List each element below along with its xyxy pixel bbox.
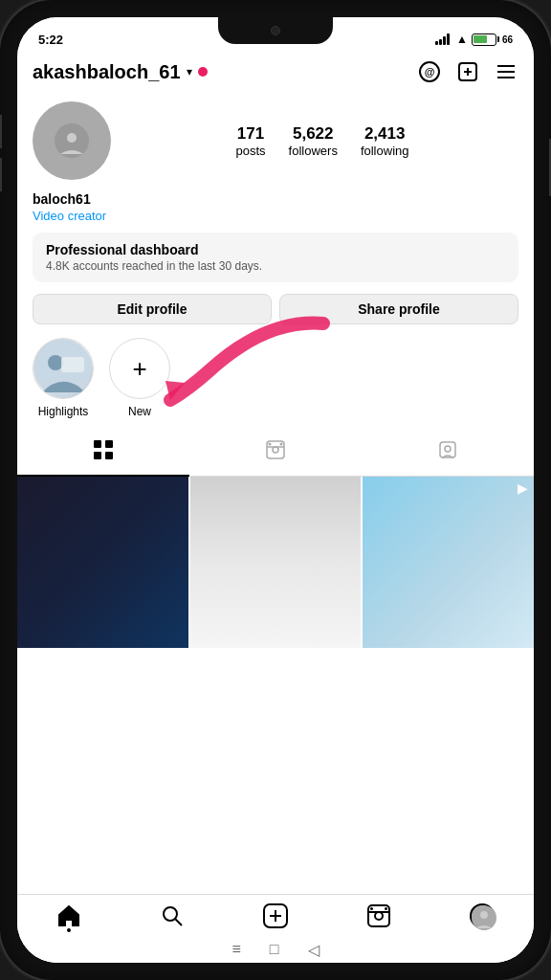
svg-point-33	[480, 911, 488, 919]
svg-point-7	[67, 133, 77, 143]
svg-point-18	[280, 443, 283, 446]
highlight-existing-circle	[33, 338, 94, 399]
profile-bio[interactable]: Video creator	[33, 209, 518, 223]
app-content: akashbaloch_61 ▾ @	[17, 52, 534, 963]
battery-icon	[472, 33, 496, 46]
threads-logo: @	[419, 61, 440, 82]
svg-point-9	[48, 355, 63, 370]
svg-rect-10	[61, 357, 84, 372]
svg-rect-12	[105, 440, 113, 448]
reels-badge: ▶	[518, 480, 528, 496]
content-tab-bar	[17, 430, 534, 477]
posts-label: posts	[236, 144, 266, 158]
grid-tab-icon	[93, 439, 114, 466]
home-indicator: ≡ □ ◁	[17, 935, 534, 963]
action-buttons: Edit profile Share profile	[33, 294, 518, 324]
nav-home-dot	[67, 928, 71, 932]
pro-dashboard-subtitle: 4.8K accounts reached in the last 30 day…	[46, 259, 505, 273]
dropdown-arrow-icon[interactable]: ▾	[187, 65, 192, 78]
svg-point-29	[370, 907, 373, 910]
nav-home[interactable]	[17, 903, 121, 928]
stats-area: 171 posts 5,622 followers 2,413 followin…	[126, 124, 518, 158]
tab-grid[interactable]	[17, 430, 189, 476]
phone-screen: 5:22 ▲ 66 akashbaloch_61	[17, 17, 534, 963]
grid-cell-2[interactable]	[190, 477, 362, 648]
professional-dashboard[interactable]: Professional dashboard 4.8K accounts rea…	[33, 233, 518, 282]
nav-add[interactable]	[224, 902, 327, 929]
phone-frame: 5:22 ▲ 66 akashbaloch_61	[0, 0, 551, 980]
camera-avatar-icon	[53, 122, 91, 160]
followers-label: followers	[289, 144, 338, 158]
tagged-tab-icon	[437, 439, 458, 466]
svg-line-23	[176, 920, 183, 926]
following-count: 2,413	[364, 124, 406, 144]
tab-reels[interactable]	[189, 430, 362, 476]
reels-tab-icon	[265, 439, 286, 466]
highlight-new-label: New	[128, 405, 151, 418]
bottom-nav	[17, 894, 534, 935]
profile-top: 171 posts 5,622 followers 2,413 followin…	[33, 101, 518, 180]
highlight-existing-image	[33, 339, 93, 398]
svg-point-16	[273, 447, 278, 453]
highlight-existing-label: Highlights	[38, 405, 89, 418]
nav-search[interactable]	[121, 903, 224, 928]
highlight-new-circle: +	[109, 338, 170, 399]
highlight-new-plus-icon: +	[132, 354, 146, 384]
threads-icon[interactable]: @	[417, 59, 442, 84]
status-time: 5:22	[38, 33, 63, 47]
edit-profile-button[interactable]: Edit profile	[33, 294, 272, 324]
vol-up-button[interactable]	[0, 115, 2, 148]
nav-profile[interactable]	[430, 903, 534, 928]
highlight-existing[interactable]: Highlights	[33, 338, 94, 418]
header-icons: @	[417, 59, 518, 84]
svg-point-28	[375, 912, 383, 920]
search-icon	[160, 903, 185, 928]
camera	[271, 26, 280, 35]
svg-rect-14	[105, 452, 113, 459]
profile-name: baloch61	[33, 191, 518, 207]
battery-level: 66	[502, 34, 513, 45]
posts-stat[interactable]: 171 posts	[236, 124, 266, 158]
vol-down-button[interactable]	[0, 158, 2, 191]
share-profile-button[interactable]: Share profile	[279, 294, 518, 324]
signal-icon	[435, 33, 450, 45]
system-home-icon[interactable]: □	[270, 941, 279, 959]
system-menu-icon[interactable]: ≡	[231, 941, 240, 959]
nav-reels[interactable]	[327, 903, 430, 928]
svg-point-17	[269, 443, 272, 446]
svg-point-22	[164, 907, 177, 921]
highlights-section: Highlights + New	[17, 338, 534, 430]
profile-section: 171 posts 5,622 followers 2,413 followin…	[17, 92, 534, 338]
photo-grid: ▶	[17, 477, 534, 894]
reels-nav-icon	[366, 903, 391, 928]
username-area: akashbaloch_61 ▾	[33, 61, 408, 83]
menu-icon[interactable]	[494, 59, 518, 84]
posts-count: 171	[237, 124, 264, 144]
avatar[interactable]	[33, 101, 111, 180]
following-stat[interactable]: 2,413 following	[361, 124, 409, 158]
live-dot	[198, 67, 208, 77]
svg-point-21	[445, 446, 451, 452]
notch	[218, 17, 333, 44]
followers-stat[interactable]: 5,622 followers	[289, 124, 338, 158]
grid-cell-1[interactable]	[17, 477, 188, 648]
add-icon	[262, 902, 289, 929]
grid-cell-3[interactable]: ▶	[363, 477, 534, 648]
status-icons: ▲ 66	[435, 33, 513, 46]
tab-tagged[interactable]	[362, 430, 534, 476]
svg-rect-11	[94, 440, 101, 448]
svg-rect-13	[94, 452, 101, 459]
svg-point-30	[385, 907, 387, 910]
followers-count: 5,622	[293, 124, 334, 144]
username-text: akashbaloch_61	[33, 61, 181, 83]
system-back-icon[interactable]: ◁	[308, 941, 320, 959]
following-label: following	[361, 144, 409, 158]
profile-avatar-nav	[470, 903, 495, 928]
home-icon	[56, 903, 81, 928]
header: akashbaloch_61 ▾ @	[17, 52, 534, 92]
highlight-new[interactable]: + New	[109, 338, 170, 418]
add-post-icon[interactable]	[455, 59, 480, 84]
pro-dashboard-title: Professional dashboard	[46, 242, 505, 257]
wifi-icon: ▲	[456, 33, 468, 46]
